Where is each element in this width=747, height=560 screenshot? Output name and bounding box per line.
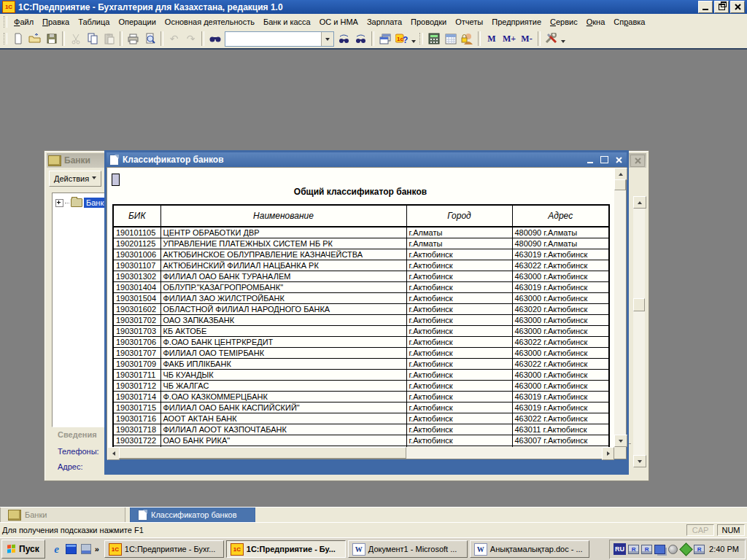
- scroll-up-button[interactable]: [633, 196, 646, 209]
- help-dropdown-button[interactable]: [410, 29, 417, 49]
- menu-item[interactable]: Проводки: [406, 15, 451, 28]
- network-icon[interactable]: [654, 544, 665, 554]
- table-row[interactable]: 190301718ФИЛИАЛ АООТ КАЗПОЧТАБАНКг.Актюб…: [113, 424, 609, 435]
- scroll-up-button[interactable]: [614, 168, 627, 180]
- menu-item[interactable]: Зарплата: [363, 15, 406, 28]
- menu-item[interactable]: Сервис: [546, 15, 582, 28]
- table-row[interactable]: 190301711ЧБ КУАНДЫКг.Актюбинск463000 г.А…: [113, 370, 609, 381]
- menu-item[interactable]: Правка: [38, 15, 74, 28]
- banks-close-button[interactable]: [630, 155, 645, 167]
- menu-item[interactable]: Операции: [114, 15, 160, 28]
- new-document-button[interactable]: [9, 31, 26, 47]
- table-row[interactable]: 190301702ОАО ЗАПКАЗБАНКг.Актюбинск463000…: [113, 315, 609, 326]
- menu-item[interactable]: Основная деятельность: [160, 15, 259, 28]
- open-button[interactable]: [26, 31, 43, 47]
- memory-minus-button[interactable]: M-: [518, 31, 535, 47]
- calculator-button[interactable]: [425, 31, 442, 47]
- copy-button[interactable]: [84, 31, 101, 47]
- tree-expand-icon[interactable]: [55, 199, 63, 207]
- remote-admin-icon[interactable]: R: [628, 544, 639, 554]
- table-row[interactable]: 190101105ЦЕНТР ОБРАБОТКИ ДВРг.Алматы4800…: [113, 227, 609, 238]
- find-previous-button[interactable]: [352, 31, 369, 47]
- table-row[interactable]: 190301504ФИЛИАЛ ЗАО ЖИЛСТРОЙБАНКг.Актюби…: [113, 293, 609, 304]
- scroll-thumb[interactable]: [119, 447, 406, 459]
- taskbar-task-button[interactable]: 1С1С:Предприятие - Бухг...: [104, 540, 224, 558]
- scroll-left-button[interactable]: [107, 447, 120, 460]
- tools-dropdown-button[interactable]: [560, 29, 567, 49]
- calendar-button[interactable]: [442, 31, 459, 47]
- table-row[interactable]: 190301703КБ АКТОБЕг.Актюбинск463000 г.Ак…: [113, 326, 609, 337]
- toolbar-grip[interactable]: [4, 33, 7, 44]
- menu-item[interactable]: Справка: [609, 15, 649, 28]
- classifier-horizontal-scrollbar[interactable]: [107, 447, 614, 459]
- selected-cell-indicator[interactable]: [112, 174, 120, 186]
- memory-plus-button[interactable]: M+: [500, 31, 518, 47]
- classifier-vertical-scrollbar[interactable]: [614, 168, 626, 447]
- menu-item[interactable]: Банк и касса: [259, 15, 315, 28]
- quick-launch-overflow-button[interactable]: »: [95, 545, 99, 553]
- table-row[interactable]: 190301302ФИЛИАЛ ОАО БАНК ТУРАНАЛЕМг.Актю…: [113, 271, 609, 282]
- antivirus-icon[interactable]: [681, 544, 692, 554]
- table-row[interactable]: 190201125УПРАВЛЕНИЕ ПЛАТЕЖНЫХ СИСТЕМ НБ …: [113, 238, 609, 249]
- table-row[interactable]: 190301714Ф.ОАО КАЗКОММЕРЦБАНКг.Актюбинск…: [113, 392, 609, 402]
- search-input[interactable]: [225, 32, 321, 46]
- classifier-close-button[interactable]: [613, 155, 625, 166]
- menu-item[interactable]: Файл: [9, 15, 38, 28]
- classifier-maximize-button[interactable]: [598, 155, 611, 166]
- menu-item[interactable]: ОС и НМА: [315, 15, 363, 28]
- remote-admin-icon[interactable]: R: [694, 544, 705, 554]
- print-preview-button[interactable]: [142, 31, 158, 47]
- memory-button[interactable]: M: [483, 31, 500, 47]
- tools-button[interactable]: [543, 31, 560, 47]
- scroll-thumb[interactable]: [614, 179, 626, 190]
- scroll-thumb[interactable]: [633, 298, 645, 311]
- table-row[interactable]: 190301715ФИЛИАЛ ОАО БАНК КАСПИЙСКИЙ"г.Ак…: [113, 402, 609, 413]
- taskbar-task-button[interactable]: WДокумент1 - Microsoft ...: [348, 540, 468, 558]
- table-row[interactable]: 190301709ФАКБ ИПЛIКБАНКг.Актюбинск463022…: [113, 359, 609, 370]
- taskbar-task-button[interactable]: WАнықтамалықтар.doc - ...: [470, 540, 589, 558]
- scroll-right-button[interactable]: [602, 447, 614, 460]
- start-button[interactable]: Пуск: [1, 540, 45, 559]
- mdi-tab[interactable]: Классификатор банков: [130, 508, 255, 523]
- help-1c-button[interactable]: 1с?: [393, 31, 410, 47]
- scroll-down-button[interactable]: [633, 455, 646, 467]
- restore-button[interactable]: [714, 1, 729, 13]
- save-button[interactable]: [43, 31, 60, 47]
- table-row[interactable]: 190301602ОБЛАСТНОЙ ФИЛИАЛ НАРОДНОГО БАНК…: [113, 304, 609, 315]
- internet-explorer-icon[interactable]: e: [50, 541, 64, 557]
- toolbar-grip[interactable]: [4, 16, 7, 28]
- find-next-button[interactable]: [336, 31, 352, 47]
- banks-vertical-scrollbar[interactable]: [633, 196, 645, 467]
- volume-icon[interactable]: [667, 544, 678, 554]
- table-row[interactable]: 190301712ЧБ ЖАЛГАСг.Актюбинск463000 г.Ак…: [113, 381, 609, 392]
- user-monitor-button[interactable]: [459, 31, 476, 47]
- windows-list-button[interactable]: [376, 31, 393, 47]
- table-row[interactable]: 190301707ФИЛИАЛ ОАО ТЕМIРБАНКг.Актюбинск…: [113, 348, 609, 359]
- actions-button[interactable]: Действия: [49, 171, 101, 187]
- remote-admin-icon[interactable]: R: [641, 544, 652, 554]
- table-row[interactable]: 190301716АООТ АКТАН БАНКг.Актюбинск46302…: [113, 413, 609, 424]
- classifier-minimize-button[interactable]: [584, 155, 596, 166]
- search-dropdown-button[interactable]: [321, 32, 333, 46]
- table-row[interactable]: 190301404ОБЛУПР."КАЗАГРОПРОМБАНК"г.Актюб…: [113, 282, 609, 293]
- table-row[interactable]: 190301006АКТЮБИНСКОЕ ОБЛУПРАВЛЕНИЕ КАЗНА…: [113, 249, 609, 260]
- scroll-down-button[interactable]: [614, 435, 627, 447]
- table-row[interactable]: 190301722ОАО БАНК РИКА"г.Актюбинск463007…: [113, 435, 609, 446]
- menu-item[interactable]: Отчеты: [451, 15, 487, 28]
- language-indicator[interactable]: RU: [614, 543, 626, 555]
- menu-item[interactable]: Таблица: [74, 15, 114, 28]
- mdi-tab[interactable]: Банки: [0, 508, 125, 523]
- toolbar-grip[interactable]: [419, 33, 423, 44]
- media-player-icon[interactable]: [79, 541, 93, 557]
- spreadsheet-area[interactable]: Общий классификатор банков БИК Наименова…: [107, 168, 614, 447]
- find-button[interactable]: [206, 31, 223, 47]
- taskbar-task-button[interactable]: 1С1С:Предприятие - Бу...: [226, 540, 346, 558]
- print-button[interactable]: [125, 31, 142, 47]
- show-desktop-icon[interactable]: [64, 541, 79, 557]
- classifier-title-bar[interactable]: Классификатор банков: [107, 152, 627, 167]
- close-button[interactable]: [730, 1, 745, 13]
- minimize-button[interactable]: [698, 1, 713, 13]
- table-row[interactable]: 190301107АКТЮБИНСКИЙ ФИЛИАЛ НАЦБАНКА РКг…: [113, 260, 609, 271]
- menu-item[interactable]: Окна: [582, 15, 610, 28]
- table-row[interactable]: 190301706Ф.ОАО БАНК ЦЕНТРКРЕДИТг.Актюбин…: [113, 337, 609, 348]
